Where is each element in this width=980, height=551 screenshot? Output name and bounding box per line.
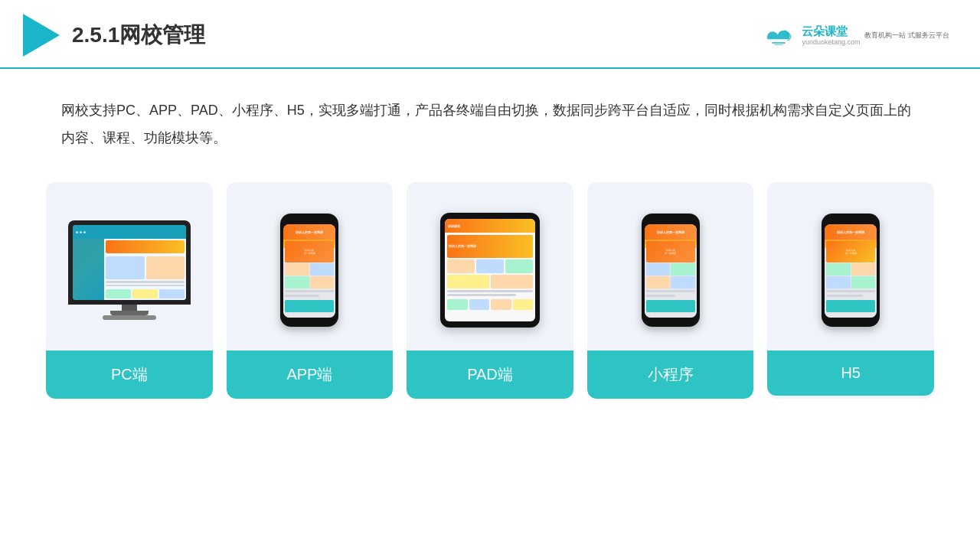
pad-tablet-icon: 职训课堂 职训人的第一堂网课: [440, 213, 540, 328]
h5-image-area: 职训人的第一堂网课 职训人的第一堂网课: [767, 182, 934, 350]
logo-triangle-icon: [23, 14, 60, 57]
brand-text: 云朵课堂 yunduoketang.com: [802, 24, 860, 47]
pc-monitor-icon: [68, 220, 191, 320]
app-label: APP端: [227, 350, 394, 399]
cloud-icon: [760, 21, 797, 49]
app-phone-icon: 职训人的第一堂网课 职训人的第一堂网课: [280, 214, 338, 327]
pad-card: 职训课堂 职训人的第一堂网课: [407, 182, 573, 399]
app-card: 职训人的第一堂网课 职训人的第一堂网课: [227, 182, 394, 399]
description-text: 网校支持PC、APP、PAD、小程序、H5，实现多端打通，产品各终端自由切换，数…: [0, 69, 980, 167]
brand-url: yunduoketang.com: [802, 38, 860, 47]
mini-program-phone-icon: 职训人的第一堂网课 职训人的第一堂网课: [642, 214, 700, 327]
h5-label: H5: [767, 350, 934, 396]
pc-label: PC端: [46, 350, 213, 399]
pad-image-area: 职训课堂 职训人的第一堂网课: [407, 182, 573, 350]
brand-name: 云朵课堂: [802, 24, 848, 38]
mini-program-label: 小程序: [587, 350, 754, 399]
mini-program-card: 职训人的第一堂网课 职训人的第一堂网课: [587, 182, 754, 399]
pc-image-area: [46, 182, 213, 350]
page-title: 2.5.1网校管理: [72, 21, 205, 50]
brand-logo: 云朵课堂 yunduoketang.com 教育机构一站 式服务云平台: [760, 21, 949, 49]
pc-card: PC端: [46, 182, 213, 399]
pad-label: PAD端: [407, 350, 573, 399]
header-right: 云朵课堂 yunduoketang.com 教育机构一站 式服务云平台: [760, 21, 949, 49]
app-image-area: 职训人的第一堂网课 职训人的第一堂网课: [227, 182, 394, 350]
brand-slogan: 教育机构一站 式服务云平台: [864, 31, 949, 41]
h5-phone-icon: 职训人的第一堂网课 职训人的第一堂网课: [822, 214, 880, 327]
h5-card: 职训人的第一堂网课 职训人的第一堂网课: [767, 182, 934, 399]
header: 2.5.1网校管理 云朵课堂 yunduoketang.com 教育机构一站 式…: [0, 0, 980, 69]
mini-program-image-area: 职训人的第一堂网课 职训人的第一堂网课: [587, 182, 754, 350]
header-left: 2.5.1网校管理: [23, 14, 205, 57]
device-cards-section: PC端 职训人的第一堂网课 职训人的第一堂网课: [0, 167, 980, 399]
